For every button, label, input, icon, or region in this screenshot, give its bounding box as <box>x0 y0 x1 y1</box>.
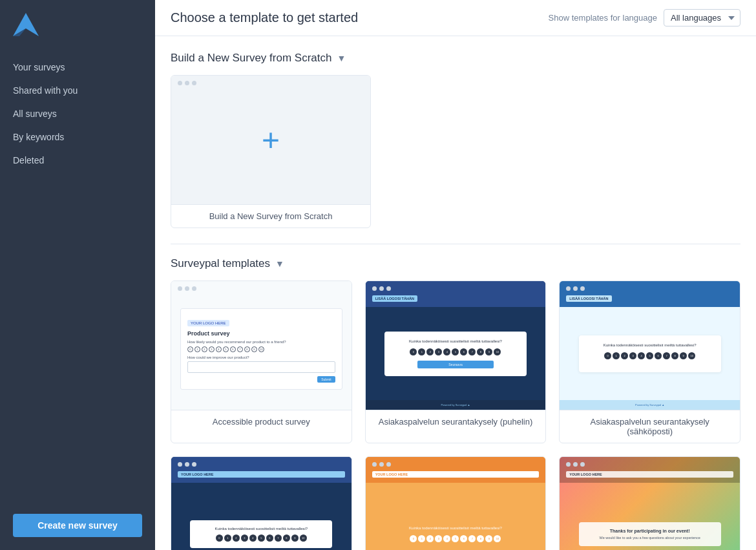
nps-blue2-question: Kuinka todennäköisesti suosittelisit mei… <box>196 527 326 531</box>
template-label-accessible-product: Accessible product survey <box>171 410 352 433</box>
nps-phone-logo: LISÄÄ LOGOSI TÄHÄN <box>372 295 417 302</box>
templates-section-title: Surveypal templates <box>171 257 270 270</box>
yellow-scale: 0 1 2 3 4 5 6 7 8 9 10 <box>410 535 501 542</box>
card-preview-yellow: YOUR LOGO HERE Kuinka todennäköisesti su… <box>366 457 546 550</box>
template-card-nps-blue2[interactable]: YOUR LOGO HERE Kuinka todennäköisesti su… <box>171 456 352 550</box>
b2: 2 <box>233 534 240 542</box>
y2: 2 <box>426 535 434 542</box>
b4: 4 <box>249 534 257 542</box>
n0: 0 <box>410 348 417 355</box>
n9: 9 <box>485 348 492 355</box>
nps-phone-body: Kuinka todennäköisesti suosittelisit mei… <box>366 307 546 400</box>
n10: 10 <box>494 348 501 355</box>
dot3 <box>192 81 196 85</box>
svg-marker-0 <box>13 13 39 36</box>
product-mockup: YOUR LOGO HERE Product survey How likely… <box>180 288 342 403</box>
yellow-header: YOUR LOGO HERE <box>366 457 546 483</box>
nps-blue2-logo: YOUR LOGO HERE <box>178 471 345 478</box>
section-divider-1 <box>171 244 740 244</box>
template-card-event[interactable]: YOUR LOGO HERE Thanks for participating … <box>559 456 740 550</box>
b6: 6 <box>266 534 273 542</box>
product-textarea <box>187 361 335 373</box>
dot2 <box>573 462 578 467</box>
template-card-nps-email[interactable]: LISÄÄ LOGOSI TÄHÄN Kuinka todennäköisest… <box>559 280 740 443</box>
dot1 <box>566 462 571 467</box>
dot3 <box>386 286 391 291</box>
lang-filter-label: Show templates for language <box>549 13 657 23</box>
sidebar-item-all-surveys[interactable]: All surveys <box>0 102 155 125</box>
browser-dots <box>178 81 196 85</box>
dot1 <box>372 286 377 291</box>
event-mockup: YOUR LOGO HERE Thanks for participating … <box>560 457 740 550</box>
template-card-yellow[interactable]: YOUR LOGO HERE Kuinka todennäköisesti su… <box>365 456 547 550</box>
e1: 1 <box>613 352 620 359</box>
nps-email-logo: LISÄÄ LOGOSI TÄHÄN <box>566 295 611 302</box>
sidebar-item-by-keywords[interactable]: By keywords <box>0 125 155 149</box>
templates-section-chevron[interactable]: ▼ <box>275 259 284 269</box>
browser-dots-p2 <box>372 286 391 291</box>
b3: 3 <box>241 534 248 542</box>
scratch-section-chevron[interactable]: ▼ <box>337 53 346 63</box>
event-body: Thanks for participating in our event! W… <box>560 483 740 550</box>
nps-blue2-body: Kuinka todennäköisesti suosittelisit mei… <box>171 483 352 550</box>
nps-phone-scale: 0 1 2 3 4 5 6 7 8 9 <box>392 348 519 355</box>
nps-blue2-mockup: YOUR LOGO HERE Kuinka todennäköisesti su… <box>171 457 352 550</box>
e4: 4 <box>638 352 645 359</box>
product-title: Product survey <box>187 330 335 337</box>
n3: 3 <box>435 348 442 355</box>
event-title: Thanks for participating in our event! <box>585 529 715 533</box>
n8: 8 <box>477 348 484 355</box>
n2: 2 <box>426 348 434 355</box>
b5: 5 <box>258 534 265 542</box>
b7: 7 <box>275 534 282 542</box>
language-select[interactable]: All languages English Finnish Swedish Ge… <box>664 9 740 26</box>
sidebar: Your surveys Shared with you All surveys… <box>0 0 155 550</box>
y6: 6 <box>460 535 467 542</box>
event-card: Thanks for participating in our event! W… <box>579 522 721 546</box>
event-sub: We would like to ask you a few questions… <box>585 536 715 540</box>
create-new-survey-button[interactable]: Create new survey <box>13 514 142 537</box>
sidebar-item-shared-with-you[interactable]: Shared with you <box>0 79 155 102</box>
sidebar-item-deleted[interactable]: Deleted <box>0 149 155 172</box>
scratch-section-title: Build a New Survey from Scratch <box>171 52 331 65</box>
yellow-question: Kuinka todennäköisesti suosittelisit mei… <box>409 526 502 530</box>
yellow-body: Kuinka todennäköisesti suosittelisit mei… <box>366 483 546 550</box>
y9: 9 <box>485 535 492 542</box>
sidebar-item-your-surveys[interactable]: Your surveys <box>0 56 155 79</box>
template-card-accessible-product[interactable]: YOUR LOGO HERE Product survey How likely… <box>171 280 352 443</box>
scale-1: 1 <box>194 346 200 352</box>
template-card-nps-phone[interactable]: LISÄÄ LOGOSI TÄHÄN Kuinka todennäköisest… <box>365 280 547 443</box>
nps-email-footer: Powered by Surveypal ▲ <box>560 400 740 410</box>
e2: 2 <box>621 352 628 359</box>
templates-section-header: Surveypal templates ▼ <box>171 257 740 270</box>
sidebar-nav: Your surveys Shared with you All surveys… <box>0 56 155 507</box>
nps-phone-question: Kuinka todennäköisesti suosittelisit mei… <box>392 339 519 343</box>
product-form: YOUR LOGO HERE Product survey How likely… <box>180 308 342 390</box>
y0: 0 <box>410 535 417 542</box>
b9: 9 <box>291 534 299 542</box>
scale-7: 7 <box>237 346 243 352</box>
e6: 6 <box>655 352 662 359</box>
y5: 5 <box>452 535 459 542</box>
create-survey-btn-wrap: Create new survey <box>0 507 155 550</box>
e8: 8 <box>671 352 678 359</box>
card-preview-event: YOUR LOGO HERE Thanks for participating … <box>560 457 740 550</box>
template-label-nps-email: Asiakaspalvelun seurantakysely (sähköpos… <box>560 410 740 443</box>
nps-blue2-scale: 0 1 2 3 4 5 6 7 8 9 <box>196 534 326 542</box>
event-logo: YOUR LOGO HERE <box>566 471 733 478</box>
card-preview-nps-blue2: YOUR LOGO HERE Kuinka todennäköisesti su… <box>171 457 352 550</box>
nps-phone-header: LISÄÄ LOGOSI TÄHÄN <box>366 281 546 307</box>
page-title: Choose a template to get started <box>171 10 549 25</box>
main-content: Choose a template to get started Show te… <box>155 0 756 550</box>
scratch-card[interactable]: + Build a New Survey from Scratch <box>171 75 371 228</box>
product-scale: 0 1 2 3 4 5 6 7 8 9 10 <box>187 346 335 352</box>
dot3 <box>192 462 196 467</box>
e3: 3 <box>629 352 636 359</box>
nps-email-header: LISÄÄ LOGOSI TÄHÄN <box>560 281 740 307</box>
nps-phone-next-btn: Seuraava <box>417 361 494 368</box>
scale-2: 2 <box>202 346 207 352</box>
y10: 10 <box>494 535 501 542</box>
product-submit-wrap: Submit <box>187 376 335 383</box>
nps-phone-mockup: LISÄÄ LOGOSI TÄHÄN Kuinka todennäköisest… <box>366 281 546 410</box>
template-content: Build a New Survey from Scratch ▼ + Buil… <box>155 36 756 550</box>
